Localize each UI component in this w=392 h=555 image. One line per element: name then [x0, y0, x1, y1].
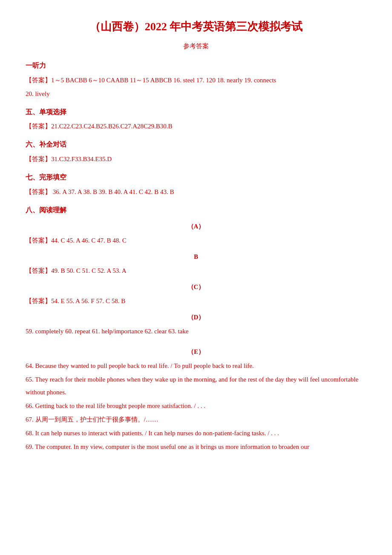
- section-6-title: 六、补全对话: [26, 139, 366, 151]
- subsection-A-title: （A）: [26, 221, 366, 232]
- page-title: （山西卷）2022 年中考英语第三次模拟考试: [26, 17, 366, 37]
- section-5-title: 五、单项选择: [26, 106, 366, 119]
- subsection-C-title: （C）: [26, 281, 366, 293]
- answer-listening-1: 【答案】1～5 BACBB 6～10 CAABB 11～15 ABBCB 16.…: [26, 74, 366, 87]
- subsection-B-title: B: [26, 251, 366, 263]
- answer-A: 【答案】44. C 45. A 46. C 47. B 48. C: [26, 234, 366, 247]
- answer-listening-2: 20. lively: [26, 87, 366, 100]
- answer-7: 【答案】 36. A 37. A 38. B 39. B 40. A 41. C…: [26, 185, 366, 198]
- answer-C: 【答案】54. E 55. A 56. F 57. C 58. B: [26, 295, 366, 307]
- answer-B: 【答案】49. B 50. C 51. C 52. A 53. A: [26, 264, 366, 277]
- section-7-title: 七、完形填空: [26, 171, 366, 184]
- answer-66: 66. Getting back to the real life brough…: [26, 399, 366, 412]
- answer-64: 64. Because they wanted to pull people b…: [26, 359, 366, 372]
- answer-5: 【答案】21.C22.C23.C24.B25.B26.C27.A28C29.B3…: [26, 120, 366, 133]
- page-subtitle: 参考答案: [26, 40, 366, 52]
- section-listening-title: 一听力: [26, 60, 366, 72]
- subsection-D-title: （D）: [26, 312, 366, 323]
- answer-67: 67. 从周一到周五，护士们忙于很多事情。/……: [26, 413, 366, 426]
- answer-D: 59. completely 60. repeat 61. help/impor…: [26, 325, 366, 338]
- subsection-E-title: （E）: [26, 346, 366, 358]
- answer-69: 69. The computer. In my view, computer i…: [26, 440, 366, 453]
- answer-68: 68. It can help nurses to interact with …: [26, 427, 366, 439]
- section-8-title: 八、阅读理解: [26, 204, 366, 217]
- answer-6: 【答案】31.C32.F33.B34.E35.D: [26, 153, 366, 165]
- answer-65: 65. They reach for their mobile phones w…: [26, 373, 366, 399]
